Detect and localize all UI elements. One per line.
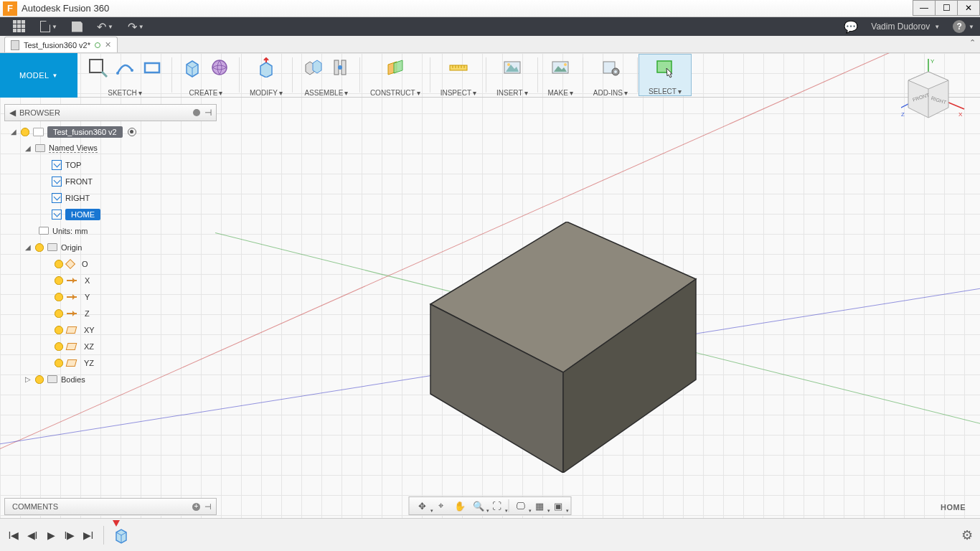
tree-view-home[interactable]: HOME bbox=[7, 206, 215, 222]
svg-point-29 bbox=[507, 63, 510, 66]
save-button[interactable] bbox=[72, 22, 83, 32]
viewcube[interactable]: Y X Z FRONT RIGHT bbox=[901, 57, 966, 132]
redo-button[interactable]: ↷▼ bbox=[128, 20, 144, 34]
browser-options-button[interactable] bbox=[193, 109, 200, 116]
tree-plane-xz[interactable]: XZ bbox=[7, 338, 215, 354]
expand-tabs-button[interactable]: ⌃ bbox=[969, 38, 976, 47]
undo-button[interactable]: ↶▼ bbox=[97, 20, 113, 34]
select-tool-button[interactable] bbox=[655, 58, 675, 78]
create-sketch-button[interactable] bbox=[88, 57, 108, 77]
ribbon-toolbar: MODEL▼ SKETCH▾ CREATE▾ MODIFY▾ ASSEMBLE▾… bbox=[0, 53, 980, 98]
joint-button[interactable] bbox=[330, 57, 350, 77]
tree-axis-y[interactable]: Y bbox=[7, 288, 215, 305]
window-title: Autodesk Fusion 360 bbox=[22, 3, 109, 14]
axis-icon bbox=[67, 296, 77, 298]
press-pull-button[interactable] bbox=[256, 57, 276, 77]
ribbon-group-select: SELECT▾ bbox=[639, 54, 692, 96]
measure-button[interactable] bbox=[448, 57, 468, 77]
viewport-layout-button[interactable]: ▣ bbox=[550, 499, 567, 513]
timeline-settings-button[interactable]: ⚙ bbox=[961, 527, 973, 543]
tree-view-right[interactable]: RIGHT bbox=[7, 189, 215, 206]
look-at-button[interactable]: ⌖ bbox=[433, 499, 450, 513]
tree-view-top[interactable]: TOP bbox=[7, 156, 215, 173]
box-tool-button[interactable] bbox=[182, 57, 202, 77]
visibility-bulb-icon[interactable] bbox=[21, 128, 29, 136]
home-view-label[interactable]: HOME bbox=[941, 503, 966, 512]
timeline-step-forward-button[interactable]: I▶ bbox=[62, 527, 77, 543]
visibility-bulb-icon[interactable] bbox=[55, 326, 63, 334]
model-body[interactable] bbox=[423, 222, 703, 473]
visibility-bulb-icon[interactable] bbox=[55, 309, 63, 318]
browser-pin-button[interactable]: ⊣ bbox=[204, 108, 212, 118]
display-settings-button[interactable]: 🖵 bbox=[512, 499, 529, 513]
new-component-button[interactable] bbox=[303, 57, 323, 77]
tree-named-views[interactable]: Named Views bbox=[7, 140, 215, 156]
tree-bodies[interactable]: Bodies bbox=[7, 371, 215, 387]
activate-radio-icon[interactable] bbox=[128, 128, 136, 136]
tree-origin-point[interactable]: O bbox=[7, 255, 215, 272]
tree-axis-z[interactable]: Z bbox=[7, 305, 215, 321]
data-panel-button[interactable] bbox=[13, 20, 26, 33]
ribbon-label-sketch[interactable]: SKETCH▾ bbox=[108, 89, 142, 97]
timeline-end-button[interactable]: ▶I bbox=[80, 527, 96, 543]
print-3d-button[interactable] bbox=[550, 57, 570, 77]
ribbon-group-insert: INSERT▾ bbox=[486, 53, 538, 97]
fit-button[interactable]: ⛶ bbox=[489, 499, 506, 513]
window-minimize-button[interactable]: — bbox=[913, 0, 936, 16]
window-close-button[interactable]: ✕ bbox=[957, 0, 980, 16]
workspace-switcher[interactable]: MODEL▼ bbox=[0, 53, 77, 98]
rectangle-tool-button[interactable] bbox=[142, 57, 162, 77]
tree-plane-xy[interactable]: XY bbox=[7, 321, 215, 338]
orbit-button[interactable]: ✥ bbox=[414, 499, 431, 513]
window-maximize-button[interactable]: ☐ bbox=[935, 0, 958, 16]
timeline-start-button[interactable]: I◀ bbox=[6, 527, 22, 543]
zoom-button[interactable]: 🔍 bbox=[470, 499, 487, 513]
help-menu[interactable]: ?▼ bbox=[953, 20, 974, 33]
tree-axis-x[interactable]: X bbox=[7, 272, 215, 288]
timeline-marker[interactable] bbox=[113, 520, 120, 530]
folder-icon bbox=[35, 144, 45, 152]
scripts-addins-button[interactable] bbox=[600, 57, 621, 77]
grid-settings-button[interactable]: ▦ bbox=[531, 499, 548, 513]
comments-pin-button[interactable]: ⊣ bbox=[204, 502, 212, 512]
ribbon-label-make[interactable]: MAKE▾ bbox=[548, 89, 573, 97]
ribbon-label-insert[interactable]: INSERT▾ bbox=[496, 89, 528, 97]
ribbon-group-modify: MODIFY▾ bbox=[240, 53, 293, 97]
visibility-bulb-icon[interactable] bbox=[55, 260, 63, 268]
tree-origin[interactable]: Origin bbox=[7, 239, 215, 255]
browser-panel-header[interactable]: ◀ BROWSER ⊣ bbox=[4, 104, 217, 121]
browser-collapse-button[interactable]: ◀ bbox=[5, 108, 19, 118]
tree-view-front[interactable]: FRONT bbox=[7, 173, 215, 189]
offset-plane-button[interactable] bbox=[385, 57, 405, 77]
file-menu-button[interactable]: ▼ bbox=[40, 21, 57, 32]
ribbon-label-select[interactable]: SELECT▾ bbox=[649, 88, 682, 95]
tree-plane-yz[interactable]: YZ bbox=[7, 354, 215, 371]
visibility-bulb-icon[interactable] bbox=[55, 293, 63, 301]
insert-decal-button[interactable] bbox=[502, 57, 522, 77]
visibility-bulb-icon[interactable] bbox=[55, 342, 63, 351]
ribbon-label-assemble[interactable]: ASSEMBLE▾ bbox=[304, 89, 348, 97]
timeline-step-back-button[interactable]: ◀I bbox=[24, 527, 40, 543]
visibility-bulb-icon[interactable] bbox=[35, 243, 44, 252]
visibility-bulb-icon[interactable] bbox=[35, 375, 44, 384]
ribbon-label-construct[interactable]: CONSTRUCT▾ bbox=[370, 89, 420, 97]
comments-panel-header[interactable]: COMMENTS + ⊣ bbox=[4, 498, 217, 515]
visibility-bulb-icon[interactable] bbox=[55, 359, 63, 367]
notifications-icon[interactable]: 💬 bbox=[844, 20, 858, 34]
ribbon-label-modify[interactable]: MODIFY▾ bbox=[250, 89, 283, 97]
comments-label: COMMENTS bbox=[12, 502, 58, 511]
visibility-bulb-icon[interactable] bbox=[55, 276, 63, 285]
form-tool-button[interactable] bbox=[209, 57, 230, 77]
pan-button[interactable]: ✋ bbox=[451, 499, 468, 513]
tab-close-button[interactable]: ✕ bbox=[105, 40, 111, 50]
line-tool-button[interactable] bbox=[115, 57, 135, 77]
timeline-play-button[interactable]: ▶ bbox=[43, 527, 59, 543]
add-comment-button[interactable]: + bbox=[192, 503, 200, 511]
tree-root[interactable]: Test_fusion360 v2 bbox=[7, 123, 215, 140]
user-menu[interactable]: Vadim Dudorov▼ bbox=[871, 22, 940, 32]
ribbon-label-create[interactable]: CREATE▾ bbox=[189, 89, 223, 97]
document-tab[interactable]: Test_fusion360 v2* ✕ bbox=[4, 37, 118, 52]
tree-units[interactable]: Units: mm bbox=[7, 222, 215, 239]
ribbon-label-addins[interactable]: ADD-INS▾ bbox=[593, 89, 628, 97]
ribbon-label-inspect[interactable]: INSPECT▾ bbox=[440, 89, 476, 97]
